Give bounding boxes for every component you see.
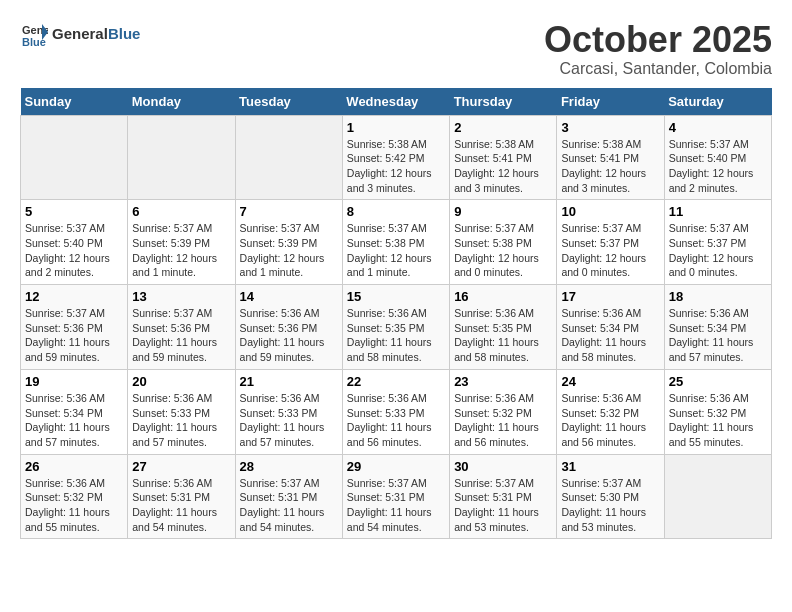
cell-info: Sunrise: 5:38 AMSunset: 5:42 PMDaylight:… bbox=[347, 137, 445, 196]
calendar-week-row: 5Sunrise: 5:37 AMSunset: 5:40 PMDaylight… bbox=[21, 200, 772, 285]
cell-info: Sunrise: 5:37 AMSunset: 5:36 PMDaylight:… bbox=[132, 306, 230, 365]
calendar-cell: 26Sunrise: 5:36 AMSunset: 5:32 PMDayligh… bbox=[21, 454, 128, 539]
calendar-cell: 8Sunrise: 5:37 AMSunset: 5:38 PMDaylight… bbox=[342, 200, 449, 285]
cell-info: Sunrise: 5:37 AMSunset: 5:37 PMDaylight:… bbox=[561, 221, 659, 280]
cell-info: Sunrise: 5:36 AMSunset: 5:34 PMDaylight:… bbox=[561, 306, 659, 365]
cell-info: Sunrise: 5:36 AMSunset: 5:34 PMDaylight:… bbox=[25, 391, 123, 450]
calendar-cell: 13Sunrise: 5:37 AMSunset: 5:36 PMDayligh… bbox=[128, 285, 235, 370]
day-number: 15 bbox=[347, 289, 445, 304]
calendar-cell: 11Sunrise: 5:37 AMSunset: 5:37 PMDayligh… bbox=[664, 200, 771, 285]
day-number: 11 bbox=[669, 204, 767, 219]
cell-info: Sunrise: 5:36 AMSunset: 5:32 PMDaylight:… bbox=[669, 391, 767, 450]
calendar-cell: 30Sunrise: 5:37 AMSunset: 5:31 PMDayligh… bbox=[450, 454, 557, 539]
day-number: 8 bbox=[347, 204, 445, 219]
calendar-cell: 1Sunrise: 5:38 AMSunset: 5:42 PMDaylight… bbox=[342, 115, 449, 200]
col-header-wednesday: Wednesday bbox=[342, 88, 449, 116]
day-number: 21 bbox=[240, 374, 338, 389]
day-number: 4 bbox=[669, 120, 767, 135]
calendar-cell: 10Sunrise: 5:37 AMSunset: 5:37 PMDayligh… bbox=[557, 200, 664, 285]
col-header-monday: Monday bbox=[128, 88, 235, 116]
cell-info: Sunrise: 5:37 AMSunset: 5:40 PMDaylight:… bbox=[669, 137, 767, 196]
calendar-cell: 4Sunrise: 5:37 AMSunset: 5:40 PMDaylight… bbox=[664, 115, 771, 200]
cell-info: Sunrise: 5:37 AMSunset: 5:31 PMDaylight:… bbox=[454, 476, 552, 535]
calendar-cell: 24Sunrise: 5:36 AMSunset: 5:32 PMDayligh… bbox=[557, 369, 664, 454]
cell-info: Sunrise: 5:37 AMSunset: 5:31 PMDaylight:… bbox=[240, 476, 338, 535]
day-number: 26 bbox=[25, 459, 123, 474]
calendar-cell: 6Sunrise: 5:37 AMSunset: 5:39 PMDaylight… bbox=[128, 200, 235, 285]
calendar-cell: 18Sunrise: 5:36 AMSunset: 5:34 PMDayligh… bbox=[664, 285, 771, 370]
calendar-week-row: 26Sunrise: 5:36 AMSunset: 5:32 PMDayligh… bbox=[21, 454, 772, 539]
header: General Blue GeneralBlue October 2025 Ca… bbox=[20, 20, 772, 78]
calendar-cell: 20Sunrise: 5:36 AMSunset: 5:33 PMDayligh… bbox=[128, 369, 235, 454]
col-header-saturday: Saturday bbox=[664, 88, 771, 116]
day-number: 19 bbox=[25, 374, 123, 389]
day-number: 5 bbox=[25, 204, 123, 219]
col-header-friday: Friday bbox=[557, 88, 664, 116]
day-number: 28 bbox=[240, 459, 338, 474]
cell-info: Sunrise: 5:36 AMSunset: 5:35 PMDaylight:… bbox=[454, 306, 552, 365]
day-number: 12 bbox=[25, 289, 123, 304]
calendar-header-row: SundayMondayTuesdayWednesdayThursdayFrid… bbox=[21, 88, 772, 116]
cell-info: Sunrise: 5:38 AMSunset: 5:41 PMDaylight:… bbox=[454, 137, 552, 196]
day-number: 3 bbox=[561, 120, 659, 135]
cell-info: Sunrise: 5:36 AMSunset: 5:34 PMDaylight:… bbox=[669, 306, 767, 365]
calendar-cell bbox=[21, 115, 128, 200]
calendar-cell: 29Sunrise: 5:37 AMSunset: 5:31 PMDayligh… bbox=[342, 454, 449, 539]
day-number: 7 bbox=[240, 204, 338, 219]
cell-info: Sunrise: 5:36 AMSunset: 5:35 PMDaylight:… bbox=[347, 306, 445, 365]
day-number: 20 bbox=[132, 374, 230, 389]
calendar-cell: 28Sunrise: 5:37 AMSunset: 5:31 PMDayligh… bbox=[235, 454, 342, 539]
cell-info: Sunrise: 5:36 AMSunset: 5:36 PMDaylight:… bbox=[240, 306, 338, 365]
calendar-cell: 7Sunrise: 5:37 AMSunset: 5:39 PMDaylight… bbox=[235, 200, 342, 285]
cell-info: Sunrise: 5:37 AMSunset: 5:39 PMDaylight:… bbox=[132, 221, 230, 280]
day-number: 16 bbox=[454, 289, 552, 304]
cell-info: Sunrise: 5:37 AMSunset: 5:30 PMDaylight:… bbox=[561, 476, 659, 535]
calendar-cell: 22Sunrise: 5:36 AMSunset: 5:33 PMDayligh… bbox=[342, 369, 449, 454]
calendar-cell: 23Sunrise: 5:36 AMSunset: 5:32 PMDayligh… bbox=[450, 369, 557, 454]
calendar-table: SundayMondayTuesdayWednesdayThursdayFrid… bbox=[20, 88, 772, 540]
cell-info: Sunrise: 5:38 AMSunset: 5:41 PMDaylight:… bbox=[561, 137, 659, 196]
calendar-week-row: 19Sunrise: 5:36 AMSunset: 5:34 PMDayligh… bbox=[21, 369, 772, 454]
month-title: October 2025 bbox=[544, 20, 772, 60]
day-number: 29 bbox=[347, 459, 445, 474]
calendar-cell: 2Sunrise: 5:38 AMSunset: 5:41 PMDaylight… bbox=[450, 115, 557, 200]
calendar-cell: 27Sunrise: 5:36 AMSunset: 5:31 PMDayligh… bbox=[128, 454, 235, 539]
day-number: 10 bbox=[561, 204, 659, 219]
calendar-week-row: 1Sunrise: 5:38 AMSunset: 5:42 PMDaylight… bbox=[21, 115, 772, 200]
day-number: 31 bbox=[561, 459, 659, 474]
day-number: 27 bbox=[132, 459, 230, 474]
day-number: 17 bbox=[561, 289, 659, 304]
day-number: 22 bbox=[347, 374, 445, 389]
cell-info: Sunrise: 5:36 AMSunset: 5:32 PMDaylight:… bbox=[454, 391, 552, 450]
col-header-thursday: Thursday bbox=[450, 88, 557, 116]
cell-info: Sunrise: 5:37 AMSunset: 5:31 PMDaylight:… bbox=[347, 476, 445, 535]
day-number: 18 bbox=[669, 289, 767, 304]
calendar-cell: 3Sunrise: 5:38 AMSunset: 5:41 PMDaylight… bbox=[557, 115, 664, 200]
day-number: 13 bbox=[132, 289, 230, 304]
calendar-cell: 14Sunrise: 5:36 AMSunset: 5:36 PMDayligh… bbox=[235, 285, 342, 370]
col-header-sunday: Sunday bbox=[21, 88, 128, 116]
cell-info: Sunrise: 5:37 AMSunset: 5:38 PMDaylight:… bbox=[347, 221, 445, 280]
day-number: 23 bbox=[454, 374, 552, 389]
cell-info: Sunrise: 5:36 AMSunset: 5:31 PMDaylight:… bbox=[132, 476, 230, 535]
cell-info: Sunrise: 5:36 AMSunset: 5:33 PMDaylight:… bbox=[347, 391, 445, 450]
cell-info: Sunrise: 5:37 AMSunset: 5:39 PMDaylight:… bbox=[240, 221, 338, 280]
calendar-cell: 17Sunrise: 5:36 AMSunset: 5:34 PMDayligh… bbox=[557, 285, 664, 370]
day-number: 2 bbox=[454, 120, 552, 135]
logo-general-text: GeneralBlue bbox=[52, 26, 140, 43]
cell-info: Sunrise: 5:37 AMSunset: 5:37 PMDaylight:… bbox=[669, 221, 767, 280]
col-header-tuesday: Tuesday bbox=[235, 88, 342, 116]
day-number: 14 bbox=[240, 289, 338, 304]
calendar-cell: 5Sunrise: 5:37 AMSunset: 5:40 PMDaylight… bbox=[21, 200, 128, 285]
cell-info: Sunrise: 5:37 AMSunset: 5:38 PMDaylight:… bbox=[454, 221, 552, 280]
calendar-cell bbox=[128, 115, 235, 200]
calendar-cell bbox=[235, 115, 342, 200]
day-number: 24 bbox=[561, 374, 659, 389]
calendar-cell: 9Sunrise: 5:37 AMSunset: 5:38 PMDaylight… bbox=[450, 200, 557, 285]
cell-info: Sunrise: 5:37 AMSunset: 5:36 PMDaylight:… bbox=[25, 306, 123, 365]
day-number: 9 bbox=[454, 204, 552, 219]
cell-info: Sunrise: 5:37 AMSunset: 5:40 PMDaylight:… bbox=[25, 221, 123, 280]
day-number: 1 bbox=[347, 120, 445, 135]
calendar-week-row: 12Sunrise: 5:37 AMSunset: 5:36 PMDayligh… bbox=[21, 285, 772, 370]
cell-info: Sunrise: 5:36 AMSunset: 5:33 PMDaylight:… bbox=[240, 391, 338, 450]
